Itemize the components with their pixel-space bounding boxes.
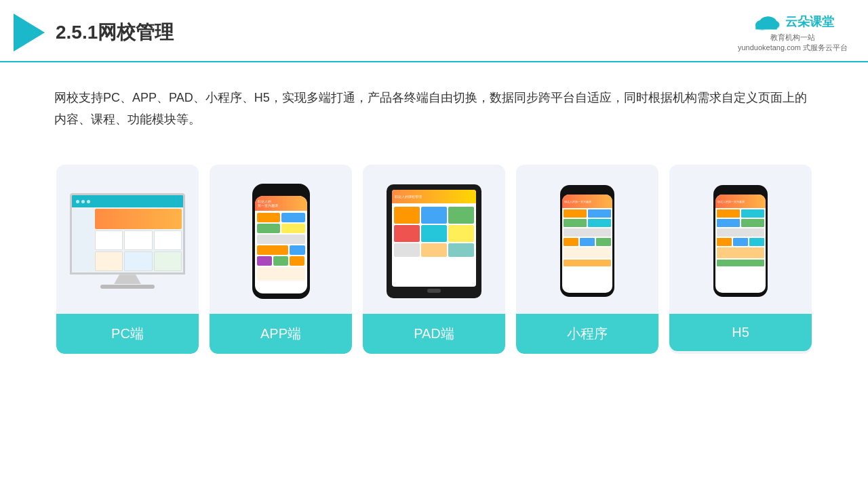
cloud-icon (751, 12, 781, 31)
pc-mockup (66, 193, 189, 289)
header: 2.5.1网校管理 云朵课堂 教育机构一站 yunduoketang.com 式… (0, 0, 868, 62)
card-h5-image: 职达人的第一堂兴趣课 (669, 165, 812, 314)
card-h5: 职达人的第一堂兴趣课 (669, 165, 812, 354)
pc-screen (70, 193, 185, 274)
cards-container: PC端 职达人的第一堂兴趣课 (0, 151, 868, 374)
header-left: 2.5.1网校管理 (14, 14, 174, 52)
card-pc: PC端 (56, 165, 199, 354)
card-app-image: 职达人的第一堂兴趣课 (210, 165, 352, 314)
card-pc-label: PC端 (56, 314, 199, 354)
app-phone-mockup: 职达人的第一堂兴趣课 (252, 184, 310, 299)
brand-subtitle: 教育机构一站 yunduoketang.com 式服务云平台 (738, 33, 848, 53)
page-title: 2.5.1网校管理 (56, 20, 174, 45)
card-pad: 职达人的课程管理 PAD端 (363, 165, 505, 354)
mini-phone-mockup-2: 职达人的第一堂兴趣课 (713, 185, 768, 297)
card-app: 职达人的第一堂兴趣课 (210, 165, 352, 354)
card-pad-label: PAD端 (363, 314, 505, 354)
brand-logo: 云朵课堂 教育机构一站 yunduoketang.com 式服务云平台 (738, 12, 848, 53)
logo-triangle-icon (14, 14, 45, 52)
description-paragraph: 网校支持PC、APP、PAD、小程序、H5，实现多端打通，产品各终端自由切换，数… (54, 87, 814, 131)
card-miniprogram-image: 职达人的第一堂兴趣课 (516, 165, 658, 314)
card-app-label: APP端 (210, 314, 352, 354)
mini-phone-mockup-1: 职达人的第一堂兴趣课 (560, 185, 614, 297)
tablet-mockup: 职达人的课程管理 (387, 184, 481, 298)
card-miniprogram-label: 小程序 (516, 314, 658, 354)
card-pc-image (56, 165, 199, 314)
brand-name: 云朵课堂 (785, 14, 834, 30)
card-h5-label: H5 (669, 314, 812, 351)
cloud-logo-container: 云朵课堂 (751, 12, 834, 31)
description-text: 网校支持PC、APP、PAD、小程序、H5，实现多端打通，产品各终端自由切换，数… (0, 62, 868, 144)
svg-rect-6 (755, 24, 777, 29)
card-pad-image: 职达人的课程管理 (363, 165, 505, 314)
card-miniprogram: 职达人的第一堂兴趣课 (516, 165, 658, 354)
